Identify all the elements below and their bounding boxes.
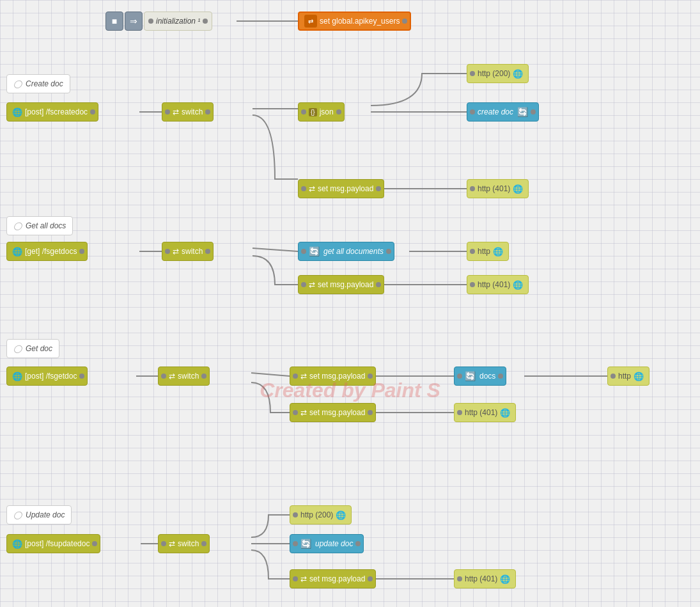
globe-icon-getdocs: 🌐 xyxy=(12,247,22,256)
port-dot-right-sp401gd xyxy=(368,410,373,415)
set-payload-401-getdoc-node[interactable]: ⇄ set msg.payload xyxy=(290,403,376,422)
http-getall-label: http xyxy=(478,247,490,256)
port-dot-right-gad xyxy=(386,249,391,254)
port-dot-right-init xyxy=(148,19,153,24)
http-getdoc-node[interactable]: http 🌐 xyxy=(607,367,649,386)
switch-icon-update: ⇄ xyxy=(169,539,175,548)
http-getall-node[interactable]: http 🌐 xyxy=(467,242,509,261)
set-payload-401-getall-node[interactable]: ⇄ set msg.payload xyxy=(298,275,384,294)
port-dot-left-h401c xyxy=(470,186,475,191)
port-dot-left-docs xyxy=(457,374,462,379)
port-dot-left-sc xyxy=(165,109,170,114)
get-all-docs-label: get all documents xyxy=(323,247,384,256)
get-fsgetdocs-label: [get] /fsgetdocs xyxy=(25,247,77,256)
init-arrow-node[interactable]: ⇒ xyxy=(125,12,143,31)
port-dot-left-sp401c xyxy=(301,186,306,191)
http-401-create-label: http (401) xyxy=(478,184,510,193)
post-fscreatedoc-node[interactable]: 🌐 [post] /fscreatedoc xyxy=(6,102,98,122)
set-payload-getdoc-node[interactable]: ⇄ set msg.payload xyxy=(290,367,376,386)
post-fsupdatedoc-node[interactable]: 🌐 [post] /fsupdatedoc xyxy=(6,534,100,553)
initialization-node[interactable]: initialization ¹ xyxy=(144,12,212,31)
port-dot-left-sp401u xyxy=(293,576,298,581)
port-dot-left-hgd xyxy=(611,374,616,379)
switch-icon-spgd: ⇄ xyxy=(300,372,307,381)
switch-getall-node[interactable]: ⇄ switch xyxy=(162,242,214,261)
http-401-update-node[interactable]: http (401) 🌐 xyxy=(454,569,516,588)
get-fsgetdocs-node[interactable]: 🌐 [get] /fsgetdocs xyxy=(6,242,88,261)
comment-getdoc-label: Get doc xyxy=(26,344,52,353)
switch-icon-sp401gd: ⇄ xyxy=(300,408,307,417)
init-square-node[interactable]: ■ xyxy=(105,12,123,31)
port-dot-left-cdc xyxy=(470,109,475,114)
globe-icon-h200c: 🌐 xyxy=(513,69,523,79)
http-401-getall-node[interactable]: http (401) 🌐 xyxy=(467,275,529,294)
comment-bubble-getall: ◯ xyxy=(13,221,22,230)
port-dot-right-docs xyxy=(498,374,503,379)
port-dot-left-json xyxy=(301,109,306,114)
port-dot-right-sp401c xyxy=(376,186,381,191)
arrow-icon: ⇒ xyxy=(130,16,137,26)
port-dot-right-sp401ga xyxy=(376,282,381,287)
globe-icon-h401ga: 🌐 xyxy=(513,280,523,290)
http-401-getdoc-label: http (401) xyxy=(465,408,497,417)
http-401-update-label: http (401) xyxy=(465,574,497,583)
switch-update-node[interactable]: ⇄ switch xyxy=(158,534,210,553)
svg-line-6 xyxy=(253,248,298,251)
db-icon-update: 🔄 xyxy=(300,539,311,549)
http-401-create-node[interactable]: http (401) 🌐 xyxy=(467,179,529,198)
orange-icon-box: ⇄ xyxy=(304,15,317,28)
port-dot-right-cdc xyxy=(531,109,536,114)
set-apikey-node[interactable]: ⇄ set global.apikey_users xyxy=(298,12,411,31)
port-dot-right-apikey xyxy=(402,19,407,24)
comment-update-doc: ◯ Update doc xyxy=(6,505,72,524)
http-401-getall-label: http (401) xyxy=(478,280,510,289)
post-fsgetdoc-node[interactable]: 🌐 [post] /fsgetdoc xyxy=(6,367,88,386)
initialization-label: initialization ¹ xyxy=(156,17,200,26)
comment-bubble-getdoc: ◯ xyxy=(13,344,22,353)
switch-icon-sp401c: ⇄ xyxy=(309,184,315,193)
svg-line-10 xyxy=(251,373,290,376)
set-payload-401-update-node[interactable]: ⇄ set msg.payload xyxy=(290,569,376,588)
docs-node[interactable]: 🔄 docs xyxy=(454,367,506,386)
set-payload-401-create-node[interactable]: ⇄ set msg.payload xyxy=(298,179,384,198)
port-dot-right-fsupdate xyxy=(92,541,97,546)
port-dot-left-spgd xyxy=(293,374,298,379)
globe-icon-h401gd: 🌐 xyxy=(500,408,510,418)
json-label: json xyxy=(320,107,334,116)
http-200-create-label: http (200) xyxy=(478,69,510,78)
switch-icon-sp401ga: ⇄ xyxy=(309,280,315,289)
http-200-update-label: http (200) xyxy=(300,510,333,519)
globe-icon-h401c: 🌐 xyxy=(513,184,523,194)
http-401-getdoc-node[interactable]: http (401) 🌐 xyxy=(454,403,516,422)
port-dot-left-sp401ga xyxy=(301,282,306,287)
port-dot-right-sga xyxy=(205,249,210,254)
port-dot-right-su xyxy=(201,541,206,546)
create-doc-node[interactable]: create doc 🔄 xyxy=(467,102,539,122)
create-doc-label: create doc xyxy=(478,107,513,116)
port-dot-right-spgd xyxy=(368,374,373,379)
post-fscreatedoc-label: [post] /fscreatedoc xyxy=(25,107,88,116)
set-payload-401-update-label: set msg.payload xyxy=(309,574,365,583)
comment-getall-label: Get all docs xyxy=(26,221,66,230)
http-200-update-node[interactable]: http (200) 🌐 xyxy=(290,505,352,524)
port-dot-left-sp401gd xyxy=(293,410,298,415)
set-apikey-label: set global.apikey_users xyxy=(320,17,400,26)
http-200-create-node[interactable]: http (200) 🌐 xyxy=(467,64,529,83)
port-dot-right-sc xyxy=(205,109,210,114)
switch-getdoc-node[interactable]: ⇄ switch xyxy=(158,367,210,386)
port-dot-left-sga xyxy=(165,249,170,254)
update-doc-node[interactable]: 🔄 update doc xyxy=(290,534,364,553)
comment-create-label: Create doc xyxy=(26,79,63,88)
post-fsgetdoc-label: [post] /fsgetdoc xyxy=(25,372,77,381)
port-dot-right-sgd xyxy=(201,374,206,379)
switch-create-node[interactable]: ⇄ switch xyxy=(162,102,214,122)
globe-icon-fsupdatedoc: 🌐 xyxy=(12,539,22,549)
http-getdoc-label: http xyxy=(618,372,631,381)
port-dot-left-h401gd xyxy=(457,410,462,415)
port-dot-left-h200c xyxy=(470,71,475,76)
get-all-docs-node[interactable]: 🔄 get all documents xyxy=(298,242,394,261)
switch-update-label: switch xyxy=(178,539,199,548)
port-dot-left-su xyxy=(161,541,166,546)
set-payload-401-create-label: set msg.payload xyxy=(318,184,373,193)
json-node[interactable]: {} json xyxy=(298,102,345,122)
